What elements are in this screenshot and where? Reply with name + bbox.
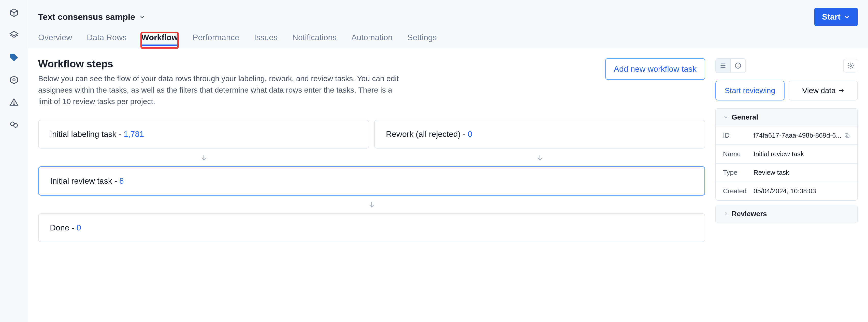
blob-icon[interactable] xyxy=(9,120,19,130)
view-data-label: View data xyxy=(802,86,835,95)
card-label: Rework (all rejected) xyxy=(386,129,461,139)
project-title[interactable]: Text consensus sample xyxy=(38,12,145,22)
chevron-down-icon xyxy=(723,115,728,120)
general-header[interactable]: General xyxy=(716,108,857,126)
type-label: Type xyxy=(723,169,753,176)
card-count: 0 xyxy=(76,223,81,232)
created-value: 05/04/2024, 10:38:03 xyxy=(753,187,850,195)
card-done[interactable]: Done - 0 xyxy=(38,214,705,242)
topbar: Text consensus sample Start Overview Dat… xyxy=(28,0,868,48)
tabs: Overview Data Rows Workflow Performance … xyxy=(38,33,858,48)
arrow-down-icon xyxy=(38,149,369,166)
chevron-right-icon xyxy=(723,211,728,217)
card-count: 1,781 xyxy=(124,129,144,139)
tag-icon[interactable] xyxy=(9,53,19,63)
start-reviewing-button[interactable]: Start reviewing xyxy=(715,80,784,100)
list-view-icon[interactable] xyxy=(716,59,731,72)
row-name: Name Initial review task xyxy=(716,144,857,163)
card-count: 8 xyxy=(119,176,124,185)
general-title: General xyxy=(732,113,758,121)
tab-settings[interactable]: Settings xyxy=(407,33,437,48)
layers-icon[interactable] xyxy=(9,30,19,40)
tab-data-rows[interactable]: Data Rows xyxy=(87,33,127,48)
svg-point-5 xyxy=(850,65,852,67)
name-label: Name xyxy=(723,150,753,158)
steps-title: Workflow steps xyxy=(38,58,407,70)
svg-point-1 xyxy=(13,104,14,104)
add-workflow-task-button[interactable]: Add new workflow task xyxy=(605,58,705,80)
id-label: ID xyxy=(723,131,753,139)
tab-issues[interactable]: Issues xyxy=(254,33,277,48)
tab-automation[interactable]: Automation xyxy=(351,33,393,48)
tab-workflow[interactable]: Workflow xyxy=(142,33,178,48)
start-button-label: Start xyxy=(822,12,840,22)
reviewers-header[interactable]: Reviewers xyxy=(716,205,857,223)
chevron-down-icon xyxy=(139,14,145,20)
project-title-text: Text consensus sample xyxy=(38,12,135,22)
panel-view-toggle xyxy=(715,58,746,73)
workflow-flow: Initial labeling task - 1,781 Rework (al… xyxy=(38,120,705,242)
card-rework[interactable]: Rework (all rejected) - 0 xyxy=(374,120,705,149)
card-label: Initial review task xyxy=(50,176,112,185)
hexagon-icon[interactable] xyxy=(9,75,19,85)
tab-overview[interactable]: Overview xyxy=(38,33,72,48)
row-id: ID f74fa617-7aaa-498b-869d-6... xyxy=(716,126,857,144)
created-label: Created xyxy=(723,187,753,195)
id-value: f74fa617-7aaa-498b-869d-6... xyxy=(753,131,844,139)
copy-icon[interactable] xyxy=(844,132,850,139)
view-data-button[interactable]: View data xyxy=(788,80,858,100)
row-type: Type Review task xyxy=(716,163,857,182)
reviewers-section: Reviewers xyxy=(715,205,858,223)
card-label: Initial labeling task xyxy=(50,129,116,139)
steps-description: Below you can see the flow of your data … xyxy=(38,73,407,107)
arrow-down-icon xyxy=(374,149,705,166)
card-initial-review[interactable]: Initial review task - 8 xyxy=(38,166,705,196)
warning-icon[interactable] xyxy=(9,97,19,107)
type-value: Review task xyxy=(753,169,850,176)
side-panel: Start reviewing View data General ID xyxy=(715,58,858,242)
row-created: Created 05/04/2024, 10:38:03 xyxy=(716,182,857,200)
reviewers-title: Reviewers xyxy=(732,210,767,218)
name-value: Initial review task xyxy=(753,150,850,158)
general-section: General ID f74fa617-7aaa-498b-869d-6... … xyxy=(715,108,858,201)
card-count: 0 xyxy=(468,129,472,139)
info-icon[interactable] xyxy=(731,59,745,72)
svg-point-3 xyxy=(13,124,17,127)
svg-point-0 xyxy=(13,79,15,81)
card-label: Done xyxy=(50,223,69,232)
tab-notifications[interactable]: Notifications xyxy=(292,33,337,48)
card-initial-labeling[interactable]: Initial labeling task - 1,781 xyxy=(38,120,369,149)
start-button[interactable]: Start xyxy=(814,8,858,26)
left-rail xyxy=(0,0,28,322)
arrow-down-icon xyxy=(38,196,705,214)
cube-icon[interactable] xyxy=(9,8,19,18)
tab-performance[interactable]: Performance xyxy=(193,33,239,48)
gear-icon[interactable] xyxy=(843,59,858,72)
